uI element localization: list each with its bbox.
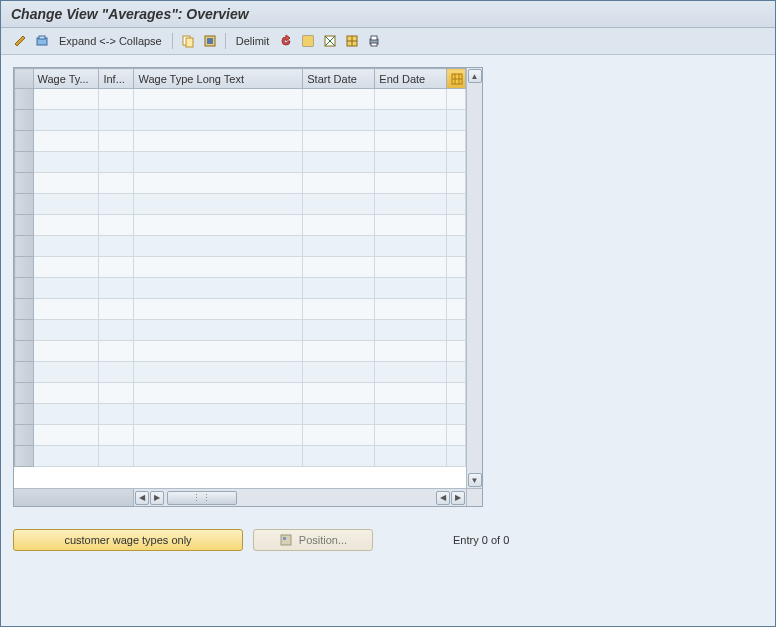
row-selector[interactable] xyxy=(15,236,34,257)
cell-inf[interactable] xyxy=(99,173,134,194)
cell-inf[interactable] xyxy=(99,362,134,383)
cell-long-text[interactable] xyxy=(134,215,303,236)
cell-start-date[interactable] xyxy=(303,110,375,131)
cell-end-date[interactable] xyxy=(375,425,447,446)
cell-long-text[interactable] xyxy=(134,341,303,362)
row-selector[interactable] xyxy=(15,341,34,362)
vertical-scrollbar[interactable]: ▲ ▼ xyxy=(466,68,482,488)
cell-end-date[interactable] xyxy=(375,131,447,152)
cell-inf[interactable] xyxy=(99,425,134,446)
cell-long-text[interactable] xyxy=(134,425,303,446)
row-selector[interactable] xyxy=(15,89,34,110)
row-selector[interactable] xyxy=(15,173,34,194)
scroll-down-icon[interactable]: ▼ xyxy=(468,473,482,487)
cell-end-date[interactable] xyxy=(375,383,447,404)
cell-start-date[interactable] xyxy=(303,425,375,446)
cell-start-date[interactable] xyxy=(303,215,375,236)
print-icon[interactable] xyxy=(365,32,383,50)
cell-inf[interactable] xyxy=(99,320,134,341)
cell-long-text[interactable] xyxy=(134,131,303,152)
col-long-text[interactable]: Wage Type Long Text xyxy=(134,69,303,89)
cell-start-date[interactable] xyxy=(303,236,375,257)
cell-start-date[interactable] xyxy=(303,194,375,215)
scroll-right-icon[interactable]: ▶ xyxy=(451,491,465,505)
cell-wage-type[interactable] xyxy=(33,425,99,446)
cell-inf[interactable] xyxy=(99,446,134,467)
cell-wage-type[interactable] xyxy=(33,194,99,215)
cell-long-text[interactable] xyxy=(134,299,303,320)
cell-start-date[interactable] xyxy=(303,278,375,299)
cell-inf[interactable] xyxy=(99,152,134,173)
cell-wage-type[interactable] xyxy=(33,362,99,383)
cell-wage-type[interactable] xyxy=(33,131,99,152)
cell-end-date[interactable] xyxy=(375,278,447,299)
customer-wage-types-button[interactable]: customer wage types only xyxy=(13,529,243,551)
table-config-icon[interactable] xyxy=(447,69,466,89)
cell-long-text[interactable] xyxy=(134,89,303,110)
cell-wage-type[interactable] xyxy=(33,383,99,404)
row-selector[interactable] xyxy=(15,320,34,341)
col-start-date[interactable]: Start Date xyxy=(303,69,375,89)
expand-collapse-button[interactable]: Expand <-> Collapse xyxy=(59,35,162,47)
row-selector[interactable] xyxy=(15,194,34,215)
copy-icon[interactable] xyxy=(179,32,197,50)
table-settings-icon[interactable] xyxy=(343,32,361,50)
row-selector[interactable] xyxy=(15,257,34,278)
cell-long-text[interactable] xyxy=(134,278,303,299)
cell-inf[interactable] xyxy=(99,110,134,131)
row-selector[interactable] xyxy=(15,425,34,446)
cell-wage-type[interactable] xyxy=(33,152,99,173)
row-selector[interactable] xyxy=(15,215,34,236)
cell-start-date[interactable] xyxy=(303,446,375,467)
cell-long-text[interactable] xyxy=(134,257,303,278)
cell-long-text[interactable] xyxy=(134,383,303,404)
cell-start-date[interactable] xyxy=(303,89,375,110)
cell-wage-type[interactable] xyxy=(33,404,99,425)
cell-end-date[interactable] xyxy=(375,89,447,110)
cell-start-date[interactable] xyxy=(303,257,375,278)
cell-long-text[interactable] xyxy=(134,362,303,383)
cell-start-date[interactable] xyxy=(303,404,375,425)
cell-inf[interactable] xyxy=(99,383,134,404)
position-button[interactable]: Position... xyxy=(253,529,373,551)
row-selector[interactable] xyxy=(15,131,34,152)
cell-start-date[interactable] xyxy=(303,299,375,320)
cell-inf[interactable] xyxy=(99,131,134,152)
horizontal-scrollbar[interactable]: ◀ ▶ ⋮⋮ ◀ ▶ xyxy=(14,488,482,506)
select-all-icon[interactable] xyxy=(201,32,219,50)
cell-start-date[interactable] xyxy=(303,320,375,341)
cell-end-date[interactable] xyxy=(375,404,447,425)
toggle-display-change-icon[interactable] xyxy=(11,32,29,50)
row-selector[interactable] xyxy=(15,278,34,299)
scroll-right-inner-icon[interactable]: ▶ xyxy=(150,491,164,505)
undo-icon[interactable] xyxy=(277,32,295,50)
cell-wage-type[interactable] xyxy=(33,341,99,362)
cell-wage-type[interactable] xyxy=(33,446,99,467)
scroll-up-icon[interactable]: ▲ xyxy=(468,69,482,83)
cell-wage-type[interactable] xyxy=(33,278,99,299)
cell-wage-type[interactable] xyxy=(33,89,99,110)
cell-long-text[interactable] xyxy=(134,446,303,467)
row-selector[interactable] xyxy=(15,152,34,173)
cell-long-text[interactable] xyxy=(134,320,303,341)
cell-end-date[interactable] xyxy=(375,362,447,383)
col-end-date[interactable]: End Date xyxy=(375,69,447,89)
cell-wage-type[interactable] xyxy=(33,257,99,278)
cell-wage-type[interactable] xyxy=(33,299,99,320)
col-wage-type[interactable]: Wage Ty... xyxy=(33,69,99,89)
scroll-left-icon[interactable]: ◀ xyxy=(135,491,149,505)
cell-start-date[interactable] xyxy=(303,362,375,383)
deselect-all-icon[interactable] xyxy=(321,32,339,50)
cell-start-date[interactable] xyxy=(303,152,375,173)
row-selector[interactable] xyxy=(15,383,34,404)
cell-wage-type[interactable] xyxy=(33,320,99,341)
cell-inf[interactable] xyxy=(99,278,134,299)
cell-end-date[interactable] xyxy=(375,152,447,173)
scroll-left-end-icon[interactable]: ◀ xyxy=(436,491,450,505)
cell-inf[interactable] xyxy=(99,257,134,278)
row-selector[interactable] xyxy=(15,299,34,320)
delimit-button[interactable]: Delimit xyxy=(236,35,270,47)
cell-inf[interactable] xyxy=(99,404,134,425)
cell-wage-type[interactable] xyxy=(33,236,99,257)
cell-start-date[interactable] xyxy=(303,131,375,152)
